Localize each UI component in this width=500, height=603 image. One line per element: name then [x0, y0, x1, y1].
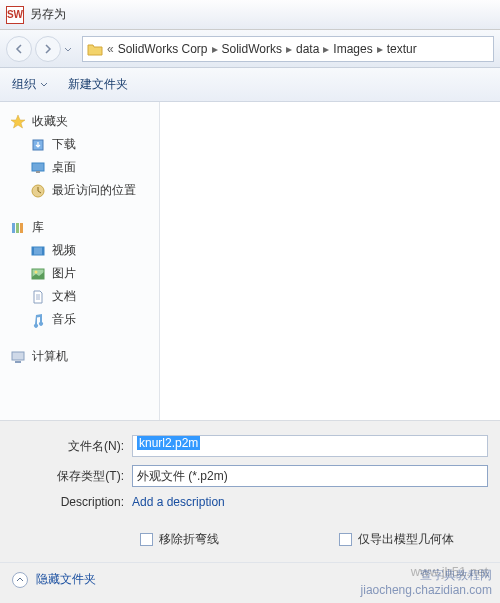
star-icon [10, 114, 26, 130]
svg-rect-1 [32, 163, 44, 171]
svg-rect-9 [42, 247, 44, 255]
favorites-section: 收藏夹 下载 桌面 最近访问的位置 [4, 110, 155, 202]
filename-label: 文件名(N): [12, 438, 132, 455]
chevron-down-icon [40, 81, 48, 89]
item-label: 桌面 [52, 159, 76, 176]
filetype-label: 保存类型(T): [12, 468, 132, 485]
svg-rect-8 [32, 247, 34, 255]
file-list-pane[interactable] [160, 102, 500, 420]
download-icon [30, 137, 46, 153]
bottom-bar: 隐藏文件夹 [0, 562, 500, 588]
save-form: 文件名(N): knurl2.p2m 保存类型(T): 外观文件 (*.p2m)… [0, 420, 500, 603]
back-button[interactable] [6, 36, 32, 62]
computer-icon [10, 349, 26, 365]
sidebar-item-music[interactable]: 音乐 [4, 308, 155, 331]
filetype-value: 外观文件 (*.p2m) [137, 468, 228, 485]
sidebar-item-downloads[interactable]: 下载 [4, 133, 155, 156]
music-icon [30, 312, 46, 328]
app-icon: SW [6, 6, 24, 24]
svg-rect-12 [12, 352, 24, 360]
desktop-icon [30, 160, 46, 176]
folder-icon [87, 42, 103, 56]
document-icon [30, 289, 46, 305]
computer-label: 计算机 [32, 348, 68, 365]
breadcrumb-item[interactable]: Images [333, 42, 372, 56]
checkbox-icon [140, 533, 153, 546]
remove-bend-checkbox[interactable]: 移除折弯线 [140, 531, 219, 548]
computer-section: 计算机 [4, 345, 155, 368]
item-label: 最近访问的位置 [52, 182, 136, 199]
svg-rect-4 [12, 223, 15, 233]
check-label: 移除折弯线 [159, 531, 219, 548]
svg-point-11 [35, 270, 38, 273]
item-label: 图片 [52, 265, 76, 282]
svg-rect-5 [16, 223, 19, 233]
hide-folders-button[interactable]: 隐藏文件夹 [12, 571, 96, 588]
checkbox-row: 移除折弯线 仅导出模型几何体 [0, 517, 500, 562]
check-label: 仅导出模型几何体 [358, 531, 454, 548]
filename-row: 文件名(N): knurl2.p2m [0, 435, 500, 457]
new-folder-label: 新建文件夹 [68, 76, 128, 93]
organize-menu[interactable]: 组织 [12, 76, 48, 93]
arrow-right-icon [42, 43, 54, 55]
filename-value: knurl2.p2m [137, 436, 200, 450]
libraries-label: 库 [32, 219, 44, 236]
breadcrumb-sep: ▸ [323, 42, 329, 56]
collapse-icon [12, 572, 28, 588]
sidebar-item-desktop[interactable]: 桌面 [4, 156, 155, 179]
breadcrumb-item[interactable]: SolidWorks Corp [118, 42, 208, 56]
svg-rect-6 [20, 223, 23, 233]
forward-button[interactable] [35, 36, 61, 62]
breadcrumb-prefix: « [107, 42, 114, 56]
filetype-select[interactable]: 外观文件 (*.p2m) [132, 465, 488, 487]
sidebar-item-videos[interactable]: 视频 [4, 239, 155, 262]
arrow-left-icon [13, 43, 25, 55]
video-icon [30, 243, 46, 259]
title-bar: SW 另存为 [0, 0, 500, 30]
picture-icon [30, 266, 46, 282]
favorites-header[interactable]: 收藏夹 [4, 110, 155, 133]
breadcrumb-sep: ▸ [377, 42, 383, 56]
description-link[interactable]: Add a description [132, 495, 225, 509]
breadcrumb-item[interactable]: textur [387, 42, 417, 56]
breadcrumb-item[interactable]: data [296, 42, 319, 56]
sidebar-item-pictures[interactable]: 图片 [4, 262, 155, 285]
sidebar: 收藏夹 下载 桌面 最近访问的位置 库 视频 [0, 102, 160, 420]
item-label: 下载 [52, 136, 76, 153]
sidebar-item-documents[interactable]: 文档 [4, 285, 155, 308]
breadcrumb-sep: ▸ [286, 42, 292, 56]
sidebar-item-recent[interactable]: 最近访问的位置 [4, 179, 155, 202]
favorites-label: 收藏夹 [32, 113, 68, 130]
nav-bar: « SolidWorks Corp ▸ SolidWorks ▸ data ▸ … [0, 30, 500, 68]
computer-header[interactable]: 计算机 [4, 345, 155, 368]
breadcrumb-item[interactable]: SolidWorks [222, 42, 282, 56]
toolbar: 组织 新建文件夹 [0, 68, 500, 102]
export-geom-checkbox[interactable]: 仅导出模型几何体 [339, 531, 454, 548]
description-label: Description: [12, 495, 132, 509]
item-label: 视频 [52, 242, 76, 259]
breadcrumb-sep: ▸ [212, 42, 218, 56]
breadcrumb-bar[interactable]: « SolidWorks Corp ▸ SolidWorks ▸ data ▸ … [82, 36, 494, 62]
item-label: 文档 [52, 288, 76, 305]
filename-input[interactable]: knurl2.p2m [132, 435, 488, 457]
item-label: 音乐 [52, 311, 76, 328]
organize-label: 组织 [12, 76, 36, 93]
svg-rect-13 [15, 361, 21, 363]
nav-history-dropdown[interactable] [64, 40, 76, 58]
library-icon [10, 220, 26, 236]
recent-icon [30, 183, 46, 199]
main-area: 收藏夹 下载 桌面 最近访问的位置 库 视频 [0, 102, 500, 420]
window-title: 另存为 [30, 6, 66, 23]
hide-folders-label: 隐藏文件夹 [36, 571, 96, 588]
libraries-section: 库 视频 图片 文档 音乐 [4, 216, 155, 331]
libraries-header[interactable]: 库 [4, 216, 155, 239]
svg-rect-2 [36, 171, 40, 173]
new-folder-button[interactable]: 新建文件夹 [68, 76, 128, 93]
description-row: Description: Add a description [0, 495, 500, 509]
filetype-row: 保存类型(T): 外观文件 (*.p2m) [0, 465, 500, 487]
chevron-down-icon [64, 46, 72, 54]
checkbox-icon [339, 533, 352, 546]
